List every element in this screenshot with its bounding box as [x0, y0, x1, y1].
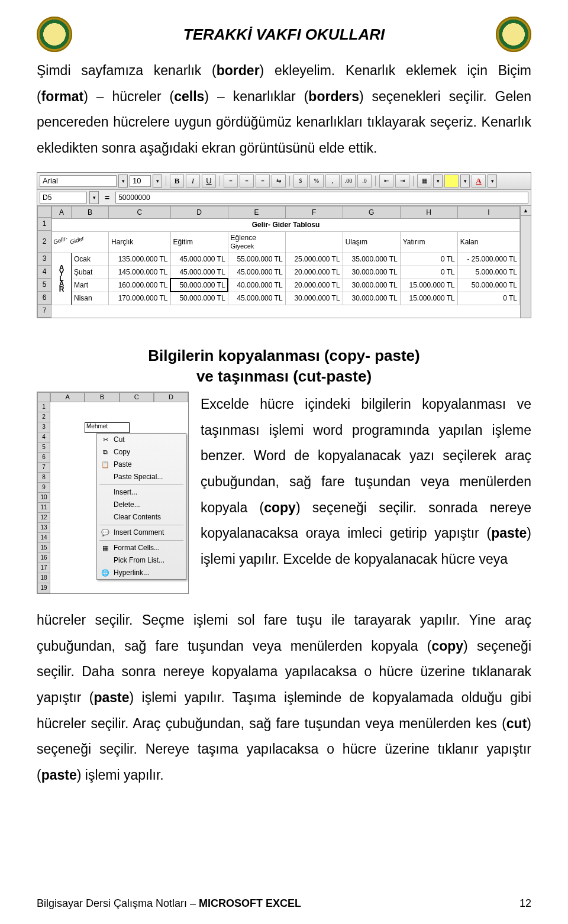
merge-center-button[interactable]: ⇆	[272, 175, 286, 188]
row-header[interactable]: 3	[37, 422, 50, 432]
col-header[interactable]: I	[457, 206, 519, 218]
increase-indent-button[interactable]: ⇥	[395, 175, 409, 188]
row-header[interactable]: 8	[37, 473, 50, 483]
data-cell[interactable]: 145.000.000 TL	[109, 266, 171, 279]
name-box-dropdown[interactable]: ▾	[89, 191, 99, 204]
menu-insert[interactable]: Insert...	[97, 486, 186, 499]
formula-input[interactable]	[115, 192, 528, 203]
data-cell[interactable]: 40.000.000 TL	[228, 279, 285, 292]
data-cell[interactable]: 30.000.000 TL	[343, 279, 400, 292]
row-header[interactable]: 14	[37, 533, 50, 543]
col-header[interactable]: G	[343, 206, 400, 218]
align-right-button[interactable]: ≡	[256, 175, 270, 188]
selected-cell-value[interactable]: Mehmet	[85, 422, 130, 433]
data-cell[interactable]: 45.000.000 TL	[170, 253, 228, 266]
font-color-dropdown[interactable]: ▾	[488, 175, 497, 188]
italic-button[interactable]: I	[186, 175, 200, 188]
data-cell[interactable]: 160.000.000 TL	[109, 279, 171, 292]
row-header[interactable]: 12	[37, 513, 50, 523]
data-cell[interactable]: 5.000.000 TL	[457, 266, 519, 279]
scroll-up-icon[interactable]: ▲	[521, 206, 531, 216]
row-header[interactable]: 2	[37, 231, 51, 253]
align-left-button[interactable]: ≡	[224, 175, 238, 188]
col-header[interactable]: F	[285, 206, 343, 218]
month-cell[interactable]: Mart	[72, 279, 109, 292]
row-header[interactable]: 6	[37, 292, 51, 305]
row-header[interactable]: 1	[37, 218, 51, 231]
row-header[interactable]: 18	[37, 573, 50, 583]
row-header[interactable]: 2	[37, 412, 50, 422]
selected-cell[interactable]: 50.000.000 TL	[170, 279, 228, 292]
menu-clear-contents[interactable]: Clear Contents	[97, 511, 186, 524]
menu-paste[interactable]: 📋Paste	[97, 458, 186, 471]
row-header[interactable]: 6	[37, 453, 50, 463]
col-header[interactable]: D	[170, 206, 228, 218]
select-all-corner[interactable]	[37, 206, 51, 218]
font-size-dropdown[interactable]: ▾	[153, 175, 162, 188]
col-header[interactable]: B	[72, 206, 109, 218]
bold-button[interactable]: B	[170, 175, 184, 188]
data-cell[interactable]: 170.000.000 TL	[109, 292, 171, 305]
month-cell[interactable]: Nisan	[72, 292, 109, 305]
data-cell[interactable]: 55.000.000 TL	[228, 253, 285, 266]
col-header[interactable]: D	[154, 392, 188, 402]
data-cell[interactable]: 50.000.000 TL	[457, 279, 519, 292]
menu-pick-from-list[interactable]: Pick From List...	[97, 554, 186, 567]
align-center-button[interactable]: ≡	[240, 175, 254, 188]
row-header[interactable]: 9	[37, 483, 50, 493]
col-header[interactable]: A	[50, 392, 85, 402]
increase-decimal-button[interactable]: .00	[341, 175, 356, 188]
data-cell[interactable]: 0 TL	[400, 266, 457, 279]
underline-button[interactable]: U	[202, 175, 216, 188]
row-header[interactable]: 15	[37, 543, 50, 553]
row-header[interactable]: 19	[37, 583, 50, 593]
menu-paste-special[interactable]: Paste Special...	[97, 471, 186, 483]
select-all-corner[interactable]	[37, 392, 50, 402]
row-header[interactable]: 3	[37, 253, 51, 266]
font-name-dropdown[interactable]: ▾	[118, 175, 128, 188]
col-header[interactable]: E	[228, 206, 285, 218]
menu-cut[interactable]: ✂Cut	[97, 434, 186, 446]
menu-delete[interactable]: Delete...	[97, 499, 186, 511]
row-header[interactable]: 5	[37, 279, 51, 292]
data-cell[interactable]: 15.000.000 TL	[400, 279, 457, 292]
data-cell[interactable]: 25.000.000 TL	[285, 253, 343, 266]
thousands-button[interactable]: ,	[325, 175, 340, 188]
decrease-decimal-button[interactable]: .0	[357, 175, 372, 188]
font-size-box[interactable]	[130, 175, 151, 187]
data-cell[interactable]: 50.000.000 TL	[170, 292, 228, 305]
font-color-button[interactable]: A	[472, 175, 486, 188]
borders-dropdown[interactable]: ▾	[433, 175, 443, 188]
menu-insert-comment[interactable]: 💬Insert Comment	[97, 526, 186, 539]
fill-color-button[interactable]	[444, 175, 459, 188]
col-header[interactable]: B	[85, 392, 119, 402]
col-header[interactable]: H	[400, 206, 457, 218]
row-header[interactable]: 7	[37, 305, 51, 318]
data-cell[interactable]: 45.000.000 TL	[228, 292, 285, 305]
currency-button[interactable]: $	[293, 175, 308, 188]
data-cell[interactable]: 15.000.000 TL	[400, 292, 457, 305]
borders-button[interactable]: ▦	[417, 175, 431, 188]
menu-format-cells[interactable]: ▦Format Cells...	[97, 542, 186, 554]
decrease-indent-button[interactable]: ⇤	[379, 175, 393, 188]
data-cell[interactable]: 30.000.000 TL	[285, 292, 343, 305]
data-cell[interactable]: 0 TL	[400, 253, 457, 266]
vertical-scrollbar[interactable]: ▲	[520, 206, 531, 318]
data-cell[interactable]: 30.000.000 TL	[343, 266, 400, 279]
row-header[interactable]: 16	[37, 553, 50, 563]
worksheet-grid[interactable]: A B C D E F G H I Gelir- Gider Tablosu G…	[51, 206, 520, 318]
row-header[interactable]: 11	[37, 503, 50, 513]
row-header[interactable]: 13	[37, 523, 50, 533]
data-cell[interactable]: 45.000.000 TL	[228, 266, 285, 279]
data-cell[interactable]: 30.000.000 TL	[343, 292, 400, 305]
percent-button[interactable]: %	[309, 175, 324, 188]
data-cell[interactable]: 45.000.000 TL	[170, 266, 228, 279]
month-cell[interactable]: Şubat	[72, 266, 109, 279]
row-header[interactable]: 10	[37, 493, 50, 503]
data-cell[interactable]: 20.000.000 TL	[285, 266, 343, 279]
col-header[interactable]: A	[52, 206, 72, 218]
data-cell[interactable]: 135.000.000 TL	[109, 253, 171, 266]
menu-hyperlink[interactable]: 🌐Hyperlink...	[97, 567, 186, 579]
font-name-box[interactable]	[40, 175, 117, 187]
name-box[interactable]	[40, 192, 87, 203]
